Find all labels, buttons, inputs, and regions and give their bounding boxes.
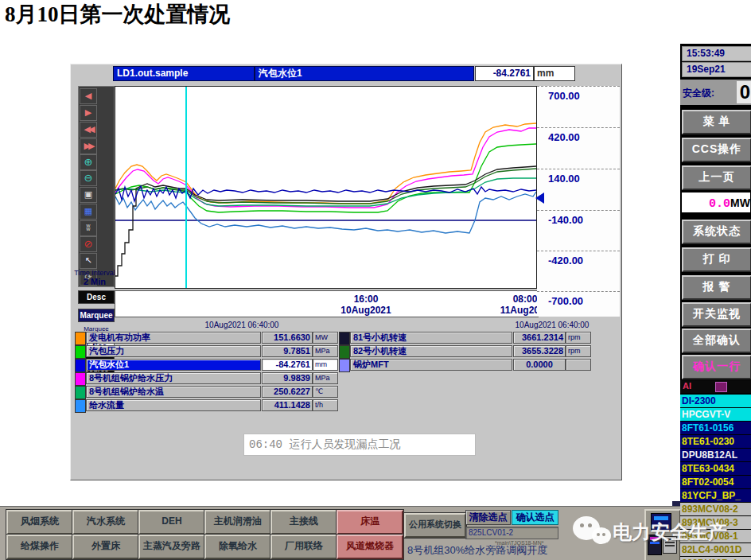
tag-list-item[interactable]: 8TE61-0230 <box>680 435 751 448</box>
tag-list-item[interactable]: HPCGVT-V <box>680 408 751 421</box>
nav-button[interactable]: 风烟系统 <box>6 510 73 535</box>
ack-line-button[interactable]: 确认一行 <box>682 355 751 379</box>
alarm-button[interactable]: 报 警 <box>682 275 751 300</box>
tag-list-item[interactable]: 8FT61-0156 <box>680 422 751 434</box>
table-row[interactable]: 8号机组锅炉给水温 250.6227 ℃ <box>75 386 333 398</box>
display-mode-icon[interactable]: ▣ <box>80 187 97 203</box>
trend-source-box[interactable]: LD1.out.sample <box>113 66 255 81</box>
pen-value: 151.6630 <box>262 332 313 344</box>
tag-list-item[interactable]: 8TE63-0434 <box>680 462 751 475</box>
tag-list-item[interactable]: 893MCV08-2 <box>680 503 751 515</box>
nav-button[interactable]: 风道燃烧器 <box>337 535 403 559</box>
nav-button[interactable]: 汽水系统 <box>72 510 139 535</box>
controller-icon[interactable] <box>648 535 662 555</box>
trend-window: LD1.out.sample 汽包水位1 -84.2761 mm ◀▶ ◀◀▶▶… <box>70 64 622 480</box>
pen-unit: MW <box>313 332 338 344</box>
nav-button[interactable]: 厂用联络 <box>270 535 337 559</box>
table-row-selected[interactable]: 汽包水位1 -84.2761 mm <box>75 359 333 371</box>
system-status-button[interactable]: 系统状态 <box>682 220 751 244</box>
pen-color-swatch <box>75 359 86 372</box>
table-row[interactable]: 82号小机转速 3655.3228 rpm <box>339 345 590 357</box>
selected-tag-field[interactable]: 825LCV01-2 <box>465 527 558 539</box>
monitor-icon[interactable] <box>651 513 671 531</box>
clear-selection-button[interactable]: 清除选点 <box>465 510 511 525</box>
pen-value: 250.6227 <box>262 386 313 398</box>
nav-button[interactable]: 主机润滑油 <box>204 510 271 535</box>
x-tick-1: 16:00 10Aug2021 <box>318 294 414 316</box>
clock-date: 19Sep21 <box>682 62 751 77</box>
nav-button[interactable]: 外置床 <box>72 535 139 559</box>
nav-button[interactable]: 除氧给水 <box>204 535 271 559</box>
pen-color-swatch <box>339 345 350 359</box>
pen-label: 8号机组锅炉给水温 <box>86 386 261 398</box>
mw-value: 0.0 <box>709 197 730 211</box>
nav-button[interactable]: 主蒸汽及旁路 <box>138 535 205 559</box>
zoom-in-icon[interactable]: ⊕ <box>80 154 97 170</box>
y-tick: 420.00 <box>548 131 580 143</box>
tag-list-item[interactable]: 81YCFJ_BP_ <box>680 489 751 502</box>
pen-unit: ℃ <box>313 386 338 398</box>
page-right-button[interactable]: ▶▶ <box>80 138 97 154</box>
tag-description: 8号机组30%给水旁路调阀开度 <box>407 543 547 558</box>
nav-button[interactable]: 床温 <box>337 510 403 535</box>
switch-monitor-button[interactable]: 开关监视 <box>682 302 751 327</box>
trend-param-box[interactable]: 汽包水位1 <box>255 66 474 81</box>
pen-unit <box>566 359 591 371</box>
tag-list-item[interactable]: 8FT02-0054 <box>680 476 751 488</box>
pen-color-swatch <box>75 386 86 399</box>
ccs-button[interactable]: CCS操作 <box>682 138 751 162</box>
value-marker-icon[interactable] <box>535 192 544 204</box>
pen-label: 汽包水位1 <box>86 359 261 371</box>
trend-curves <box>115 87 536 288</box>
table-row[interactable]: 发电机有功功率 151.6630 MW <box>75 332 333 344</box>
table-row[interactable]: 给水流量 411.1428 t/h <box>75 399 333 411</box>
prev-page-button[interactable]: 上一页 <box>682 165 751 190</box>
nav-button[interactable]: 主接线 <box>270 510 337 535</box>
table-row[interactable]: 8号机组锅炉给水压力 9.9839 MPa <box>75 372 333 384</box>
security-value: 0 <box>737 81 751 103</box>
trend-plot[interactable] <box>115 86 537 289</box>
pen-unit: MPa <box>313 372 338 384</box>
cursor-timestamp-left: 10Aug2021 06:40:00 <box>154 321 329 329</box>
x-axis: 16:00 10Aug2021 08:00 11Aug2021 <box>115 290 539 317</box>
step-right-button[interactable]: ▶ <box>80 105 97 121</box>
ai-label: AI <box>683 381 691 391</box>
pen-unit: rpm <box>566 332 591 344</box>
step-left-button[interactable]: ◀ <box>80 88 97 104</box>
confirm-selection-button[interactable]: 确认选点 <box>512 510 558 525</box>
pen-value: 3661.2314 <box>513 332 566 344</box>
tag-list-item[interactable]: 823DV08B-4 <box>680 557 751 560</box>
nav-button[interactable]: 给煤操作 <box>6 535 73 559</box>
zoom-out-icon[interactable]: ⊖ <box>80 170 97 186</box>
desc-button[interactable]: Desc <box>78 290 115 304</box>
ack-all-button[interactable]: 全部确认 <box>682 329 751 353</box>
table-row[interactable]: 81号小机转速 3661.2314 rpm <box>339 332 590 344</box>
menu-button[interactable]: 菜 单 <box>682 110 751 134</box>
pen-value: 9.7851 <box>262 345 313 357</box>
sidebar: 15:53:49 19Sep21 安全级: 0 菜 单 CCS操作 上一页 0.… <box>680 44 751 560</box>
table-view-icon[interactable]: ▦ <box>80 204 97 220</box>
y-tick: 140.00 <box>548 173 580 185</box>
table-row[interactable]: 锅炉MFT 0.0000 <box>339 359 590 371</box>
common-system-switch-button[interactable]: 公用系统切换 <box>404 513 466 538</box>
tag-list-item[interactable]: DI-2300 <box>680 395 751 407</box>
marquee-button[interactable]: Marquee <box>78 309 115 322</box>
page-left-button[interactable]: ◀◀ <box>80 122 97 138</box>
tag-list-item[interactable]: 893MCV08-1 <box>680 530 751 542</box>
nav-button[interactable]: DEH <box>138 510 205 535</box>
header-spacer <box>72 66 112 80</box>
list-icon[interactable] <box>663 536 677 554</box>
tag-list-item[interactable]: 82LC4-9001D <box>680 543 751 556</box>
disable-icon[interactable]: ⊘ <box>80 236 97 252</box>
waveform-icon[interactable]: ʬ <box>80 220 97 236</box>
time-interval-value[interactable]: 2 Min <box>72 278 117 286</box>
print-button[interactable]: 打 印 <box>682 247 751 272</box>
cursor-icon[interactable]: ↖ <box>80 253 97 269</box>
mw-readout: 0.0MW <box>682 192 750 212</box>
bottom-nav-bar: 风烟系统 汽水系统 DEH 主机润滑油 主接线 床温 给煤操作 外置床 主蒸汽及… <box>0 506 680 560</box>
tag-list-item[interactable]: 893MCV08-3 <box>680 516 751 529</box>
tag-list-item[interactable]: DPU8B12AL <box>680 449 751 461</box>
pen-label: 8号机组锅炉给水压力 <box>86 372 261 384</box>
table-row[interactable]: 汽包压力 9.7851 MPa <box>75 345 333 357</box>
pen-unit: rpm <box>566 345 591 357</box>
